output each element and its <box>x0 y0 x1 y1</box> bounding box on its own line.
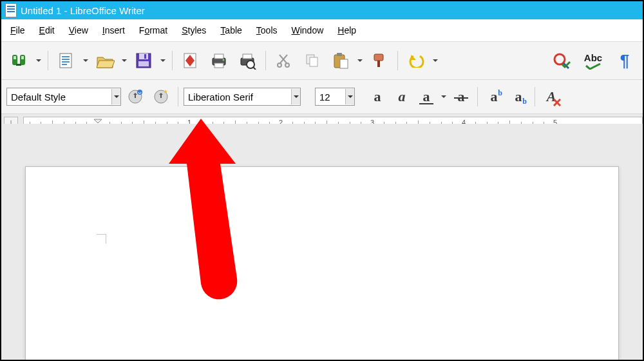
open-button[interactable] <box>92 48 118 73</box>
spellcheck-button[interactable] <box>549 48 574 73</box>
app-window: Untitled 1 - LibreOffice Writer FileEdit… <box>0 0 644 361</box>
svg-rect-3 <box>21 56 24 59</box>
separator <box>172 51 173 70</box>
bold-button[interactable]: a <box>366 86 388 108</box>
underline-button[interactable]: a <box>415 86 437 108</box>
page[interactable] <box>25 166 619 360</box>
separator <box>48 51 48 70</box>
menu-edit[interactable]: Edit <box>34 23 60 38</box>
font-size-input[interactable] <box>316 92 345 102</box>
svg-rect-33 <box>377 61 380 67</box>
clone-formatting-button[interactable] <box>366 48 392 73</box>
separator <box>477 87 478 106</box>
superscript-button[interactable]: ab <box>483 86 505 108</box>
svg-rect-6 <box>62 56 70 57</box>
separator <box>535 87 535 106</box>
menu-window[interactable]: Window <box>287 23 329 38</box>
document-area <box>1 124 643 360</box>
svg-rect-17 <box>214 63 223 68</box>
standard-toolbar: Abc ¶ <box>1 42 643 80</box>
menu-tools[interactable]: Tools <box>251 23 283 38</box>
separator <box>265 51 266 70</box>
paste-dropdown[interactable] <box>356 57 364 64</box>
svg-rect-7 <box>62 59 70 60</box>
menu-table[interactable]: Table <box>215 23 247 38</box>
italic-button[interactable]: a <box>391 86 413 108</box>
svg-rect-16 <box>214 54 223 59</box>
find-dropdown[interactable] <box>35 57 43 64</box>
svg-point-25 <box>278 63 281 67</box>
open-dropdown[interactable] <box>120 57 128 64</box>
svg-rect-28 <box>310 57 317 66</box>
save-dropdown[interactable] <box>159 57 167 64</box>
new-document-button[interactable] <box>53 48 79 73</box>
svg-rect-12 <box>144 54 146 59</box>
abc-label: Abc <box>584 52 602 63</box>
font-name-dropdown[interactable] <box>291 89 300 104</box>
svg-rect-20 <box>243 54 252 59</box>
svg-rect-11 <box>139 54 148 59</box>
find-replace-button[interactable] <box>6 48 32 73</box>
svg-rect-32 <box>374 54 383 61</box>
title-bar: Untitled 1 - LibreOffice Writer <box>1 1 643 19</box>
paragraph-style-combo[interactable] <box>6 88 121 106</box>
formatting-marks-button[interactable]: ¶ <box>612 48 638 73</box>
print-button[interactable] <box>206 48 232 73</box>
svg-line-22 <box>253 67 256 70</box>
svg-rect-31 <box>340 59 348 68</box>
export-pdf-button[interactable] <box>178 48 204 73</box>
copy-button[interactable] <box>299 48 325 73</box>
menu-file[interactable]: File <box>5 23 30 38</box>
new-style-button[interactable] <box>149 85 173 108</box>
menu-view[interactable]: View <box>64 23 93 38</box>
svg-rect-5 <box>60 54 71 68</box>
paragraph-style-input[interactable] <box>7 92 111 102</box>
svg-point-26 <box>285 63 289 67</box>
separator <box>178 87 178 106</box>
paragraph-style-dropdown[interactable] <box>111 89 120 104</box>
strikethrough-button[interactable]: a <box>450 86 472 108</box>
svg-rect-13 <box>138 61 149 66</box>
undo-button[interactable] <box>403 48 429 73</box>
font-name-combo[interactable] <box>184 88 301 106</box>
svg-point-34 <box>554 54 565 64</box>
update-style-button[interactable] <box>124 85 147 108</box>
window-title: Untitled 1 - LibreOffice Writer <box>21 5 145 16</box>
svg-rect-9 <box>62 64 67 65</box>
svg-point-18 <box>223 59 225 61</box>
margin-mark-icon <box>97 234 106 244</box>
underline-dropdown[interactable] <box>440 93 448 101</box>
cut-button[interactable] <box>271 48 297 73</box>
menu-insert[interactable]: Insert <box>97 23 130 38</box>
font-name-input[interactable] <box>184 92 291 102</box>
subscript-button[interactable]: ab <box>507 86 529 108</box>
auto-spellcheck-button[interactable]: Abc <box>577 48 609 73</box>
print-preview-button[interactable] <box>234 48 260 73</box>
paste-button[interactable] <box>328 48 354 73</box>
svg-rect-30 <box>337 53 342 56</box>
undo-dropdown[interactable] <box>431 57 439 64</box>
menu-help[interactable]: Help <box>332 23 361 38</box>
menu-styles[interactable]: Styles <box>176 23 211 38</box>
svg-rect-8 <box>62 61 70 63</box>
svg-point-37 <box>137 90 142 95</box>
save-button[interactable] <box>131 48 156 73</box>
svg-rect-2 <box>14 56 16 59</box>
menu-bar: FileEditViewInsertFormatStylesTableTools… <box>1 19 643 42</box>
clear-formatting-button[interactable]: A <box>540 86 562 108</box>
formatting-toolbar: a a a a ab ab A <box>1 80 643 114</box>
menu-format[interactable]: Format <box>134 23 173 38</box>
separator <box>397 51 398 70</box>
document-icon <box>5 3 17 17</box>
font-size-dropdown[interactable] <box>345 89 354 104</box>
new-dropdown[interactable] <box>82 57 90 64</box>
font-size-combo[interactable] <box>315 88 355 106</box>
svg-rect-4 <box>16 64 21 66</box>
